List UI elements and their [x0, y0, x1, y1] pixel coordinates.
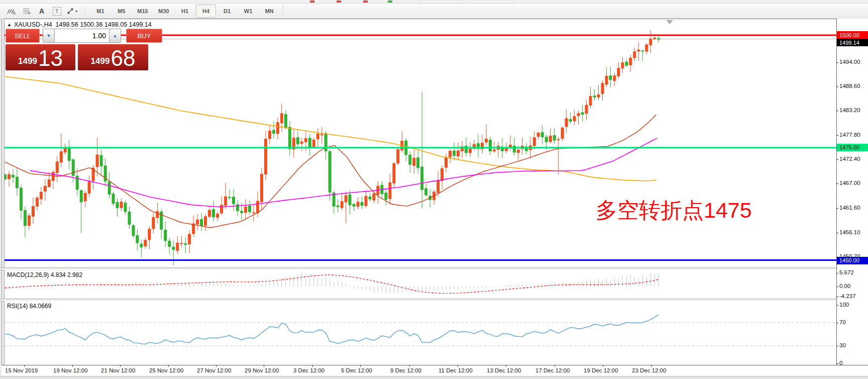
date-tick-label: 21 Nov 12:00: [101, 367, 135, 373]
buy-button[interactable]: BUY: [126, 29, 162, 43]
cursor-tools-icon[interactable]: ▾: [65, 5, 79, 18]
rsi-tick-label: 100: [839, 302, 849, 308]
date-tick-mark: [216, 365, 216, 367]
timeframe-h1[interactable]: H1: [175, 5, 195, 18]
rsi-tick-mark: [836, 305, 838, 306]
date-tick-label: 27 Nov 12:00: [197, 367, 231, 373]
date-tick-mark: [555, 365, 555, 367]
fragment-field: [468, 1, 513, 3]
timeframe-m5[interactable]: M5: [112, 5, 132, 18]
macd-tick-mark: [836, 297, 838, 297]
price-tick-label: 1472.40: [839, 156, 860, 162]
date-tick-mark: [72, 365, 73, 367]
volume-input[interactable]: [55, 29, 109, 43]
chart-toolbar: E F A T ▾ M1M5M15M30H1H4D1W1MN: [0, 4, 868, 19]
macd-tick-mark: [836, 273, 838, 273]
timeframe-d1[interactable]: D1: [217, 5, 237, 18]
volume-decrease-button[interactable]: ▼: [43, 29, 55, 43]
one-click-trading-panel: SELL ▼ ▲ BUY 1499 13 1499 68: [6, 29, 171, 70]
volume-increase-button[interactable]: ▲: [109, 29, 121, 43]
macd-tick-label: -4.237: [839, 293, 856, 299]
timeframe-m30[interactable]: M30: [154, 5, 174, 18]
timeframe-m15[interactable]: M15: [133, 5, 153, 18]
macd-tick-label: 0.00: [839, 283, 850, 289]
timeframe-w1[interactable]: W1: [238, 5, 258, 18]
toolbar-grip[interactable]: [84, 6, 87, 16]
sell-price-small: 1499: [18, 56, 37, 66]
date-tick-label: 9 Dec 12:00: [390, 367, 421, 373]
fragment-icon: [388, 1, 392, 3]
rsi-panel[interactable]: [5, 301, 836, 365]
date-tick-mark: [312, 365, 313, 367]
window-bottom-edge: [0, 376, 868, 379]
date-tick-mark: [409, 365, 410, 367]
ohlc-readout: 1498.56 1500.36 1498.05 1499.14: [56, 21, 152, 28]
date-tick-label: 25 Nov 12:00: [149, 367, 183, 373]
price-tick-mark: [836, 111, 838, 111]
fragment-icon: [337, 1, 341, 3]
price-badge-pivot: 1475.00: [837, 144, 868, 151]
price-tick-label: 1467.00: [839, 180, 860, 186]
dropdown-caret-icon: ▾: [75, 9, 77, 14]
mt4-window: E F A T ▾ M1M5M15M30H1H4D1W1MN ▲XAUUSD-,…: [0, 0, 868, 379]
price-badge-resistance: 1500.00: [837, 31, 868, 39]
symbol-marker-icon: ▲: [7, 22, 12, 27]
font-icon[interactable]: A: [35, 5, 49, 18]
buy-price-big: 68: [111, 48, 135, 68]
macd-tick-label: 5.672: [839, 269, 854, 275]
timeframe-h4[interactable]: H4: [196, 5, 216, 18]
price-tick-mark: [836, 135, 838, 136]
fragment-icon: [363, 1, 368, 3]
top-toolbar-fragment: [0, 0, 868, 4]
chart-title: ▲XAUUSD-,H4 1498.56 1500.36 1498.05 1499…: [7, 21, 152, 28]
buy-price-box[interactable]: 1499 68: [78, 44, 148, 70]
indicators-sub: E: [13, 11, 16, 16]
date-tick-mark: [651, 365, 652, 367]
rsi-tick-mark: [836, 323, 838, 323]
arrows-glyph: [66, 8, 74, 15]
macd-label: MACD(12,26,9) 4.834 2.982: [7, 271, 82, 278]
date-tick-mark: [506, 365, 506, 367]
date-tick-mark: [24, 365, 25, 367]
price-tick-label: 1461.60: [839, 205, 860, 211]
fragment-icon: [310, 1, 314, 3]
date-tick-label: 19 Nov 12:00: [53, 367, 87, 373]
price-tick-mark: [836, 62, 838, 63]
macd-panel[interactable]: [5, 269, 836, 299]
timeframe-m1[interactable]: M1: [90, 5, 111, 18]
price-tick-mark: [836, 183, 838, 184]
symbol-period: XAUUSD-,H4: [14, 21, 52, 28]
date-tick-label: 11 Dec 12:00: [439, 367, 473, 373]
date-tick-mark: [603, 365, 603, 367]
text-label-glyph: T: [53, 7, 61, 16]
text-label-icon[interactable]: T: [50, 5, 64, 18]
window-left-border: [2, 19, 2, 375]
price-tick-mark: [836, 159, 838, 160]
rsi-tick-mark: [836, 346, 838, 346]
grid-icon[interactable]: F: [20, 5, 34, 18]
chart-annotation: 多空转折点1475: [596, 196, 752, 225]
price-badge-current: 1499.14: [837, 39, 868, 46]
rsi-label: RSI(14) 84.0669: [7, 303, 51, 310]
date-tick-label: 15 Nov 2019: [5, 367, 38, 373]
price-tick-mark: [836, 86, 838, 87]
sell-price-box[interactable]: 1499 13: [6, 44, 75, 70]
date-tick-label: 29 Nov 12:00: [245, 367, 279, 373]
rsi-tick-mark: [836, 363, 838, 364]
sell-button[interactable]: SELL: [6, 29, 40, 43]
date-tick-label: 17 Dec 12:00: [535, 367, 570, 373]
date-tick-label: 19 Dec 12:00: [584, 367, 618, 373]
indicators-icon[interactable]: E: [5, 5, 19, 18]
date-tick-label: 5 Dec 12:00: [341, 367, 372, 373]
price-tick-mark: [836, 208, 838, 209]
date-tick-label: 3 Dec 12:00: [293, 367, 324, 373]
rsi-tick-label: 70: [839, 319, 846, 325]
chart-shift-marker-icon[interactable]: [666, 20, 673, 24]
price-tick-label: 1488.60: [839, 83, 860, 89]
timeframe-mn[interactable]: MN: [259, 5, 279, 18]
grid-sub: F: [29, 11, 31, 16]
price-tick-label: 1477.80: [839, 132, 860, 138]
price-tick-mark: [836, 233, 838, 233]
price-badge-support: 1450.00: [837, 257, 868, 264]
price-tick-label: 1483.20: [839, 107, 860, 113]
